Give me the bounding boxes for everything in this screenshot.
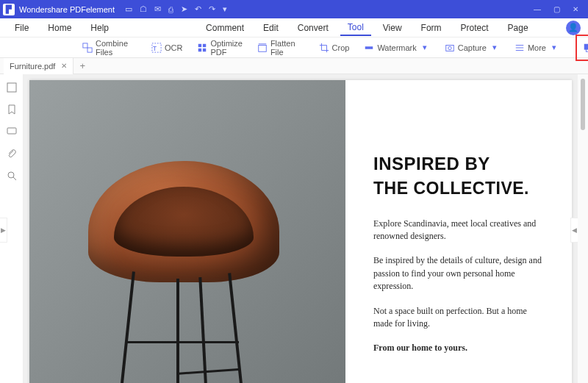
menu-page[interactable]: Page xyxy=(501,21,536,35)
svg-point-12 xyxy=(448,46,451,49)
title-bar: ▛ Wondershare PDFelement ▭ ☖ ✉ ⎙ ➤ ↶ ↷ ▾… xyxy=(0,0,588,18)
optimize-icon xyxy=(197,43,207,53)
watermark-icon xyxy=(364,43,374,53)
save-icon[interactable]: ☖ xyxy=(140,4,147,14)
menu-convert[interactable]: Convert xyxy=(290,21,336,35)
chevron-down-icon: ▾ xyxy=(549,43,559,53)
flatten-icon xyxy=(257,43,268,53)
svg-rect-8 xyxy=(259,45,267,51)
svg-rect-7 xyxy=(203,48,206,51)
vertical-scrollbar[interactable] xyxy=(578,74,588,383)
headline-1: INSPIRED BY xyxy=(373,154,544,174)
combine-files-button[interactable]: Combine Files xyxy=(79,37,131,58)
more-lines-icon xyxy=(514,43,525,53)
body-p4: From our home to yours. xyxy=(373,342,544,354)
crop-icon xyxy=(319,43,329,53)
tab-furniture[interactable]: Furniture.pdf ✕ xyxy=(4,58,74,74)
close-tab-icon[interactable]: ✕ xyxy=(61,62,67,70)
crop-button[interactable]: Crop xyxy=(316,41,353,54)
redo-icon[interactable]: ↷ xyxy=(209,4,215,14)
flatten-button[interactable]: Flatten File xyxy=(254,37,298,58)
open-icon[interactable]: ▭ xyxy=(125,4,132,14)
chevron-down-icon: ▾ xyxy=(420,43,430,53)
scroll-thumb[interactable] xyxy=(581,79,585,130)
work-area: ▶ INSPIRED BY THE COLLECTIVE. Explore Sc… xyxy=(0,74,588,383)
menu-edit[interactable]: Edit xyxy=(256,21,286,35)
svg-rect-10 xyxy=(365,46,373,49)
body-p3: Not a space built on perfection. But a h… xyxy=(373,305,544,331)
user-avatar-icon[interactable]: 👤 xyxy=(566,21,581,35)
menu-home[interactable]: Home xyxy=(40,21,79,35)
chair-photo xyxy=(29,80,345,383)
collapse-right-handle[interactable]: ◀ xyxy=(570,218,578,243)
watermark-label: Watermark xyxy=(377,43,416,52)
share-icon[interactable]: ➤ xyxy=(181,4,187,14)
menu-file[interactable]: File xyxy=(7,21,36,35)
more-button[interactable]: More ▾ xyxy=(512,41,562,54)
capture-label: Capture xyxy=(458,43,487,52)
quick-access-toolbar: ▭ ☖ ✉ ⎙ ➤ ↶ ↷ ▾ xyxy=(125,4,227,14)
ocr-icon: T xyxy=(151,43,162,53)
body-p1: Explore Scandinavia, meet local creative… xyxy=(373,218,544,243)
capture-button[interactable]: Capture ▾ xyxy=(442,41,503,54)
menu-tool[interactable]: Tool xyxy=(340,20,371,36)
svg-rect-4 xyxy=(198,43,201,46)
watermark-button[interactable]: Watermark ▾ xyxy=(361,41,432,54)
collapse-left-handle[interactable]: ▶ xyxy=(0,218,7,243)
menu-bar: File Home Help Comment Edit Convert Tool… xyxy=(0,18,588,37)
svg-rect-5 xyxy=(203,43,206,46)
page-text-column: INSPIRED BY THE COLLECTIVE. Explore Scan… xyxy=(345,80,572,383)
qat-more-icon[interactable]: ▾ xyxy=(223,4,227,14)
print-icon[interactable]: ⎙ xyxy=(168,5,173,14)
attachment-icon[interactable] xyxy=(6,148,18,160)
menu-view[interactable]: View xyxy=(376,21,409,35)
menu-protect[interactable]: Protect xyxy=(453,21,496,35)
combine-icon xyxy=(82,43,93,53)
tool-ribbon: Combine Files T OCR Optimize PDF Flatten… xyxy=(0,37,588,58)
chevron-down-icon: ▾ xyxy=(490,43,500,53)
svg-rect-16 xyxy=(584,43,588,49)
svg-rect-19 xyxy=(7,128,16,134)
svg-rect-1 xyxy=(87,48,92,52)
minimize-button[interactable]: — xyxy=(528,0,547,18)
svg-text:T: T xyxy=(153,44,157,51)
capture-icon xyxy=(445,43,455,53)
headline-2: THE COLLECTIVE. xyxy=(373,179,544,198)
document-tabs: Furniture.pdf ✕ + xyxy=(0,58,588,74)
svg-rect-6 xyxy=(198,48,201,51)
menu-form[interactable]: Form xyxy=(414,21,449,35)
app-logo-icon: ▛ xyxy=(3,4,15,15)
tab-label: Furniture.pdf xyxy=(10,62,55,71)
ocr-label: OCR xyxy=(165,43,182,52)
optimize-label: Optimize PDF xyxy=(210,39,242,57)
document-canvas[interactable]: INSPIRED BY THE COLLECTIVE. Explore Scan… xyxy=(24,74,578,383)
app-title: Wondershare PDFelement xyxy=(19,5,115,14)
search-panel-icon[interactable] xyxy=(6,170,18,182)
optimize-button[interactable]: Optimize PDF xyxy=(194,37,245,58)
maximize-button[interactable]: ▢ xyxy=(547,0,566,18)
svg-rect-18 xyxy=(7,83,16,92)
batch-process-button[interactable]: Batch Process xyxy=(580,37,588,58)
body-p2: Be inspired by the details of culture, d… xyxy=(373,254,544,293)
close-button[interactable]: ✕ xyxy=(566,0,585,18)
menu-comment[interactable]: Comment xyxy=(198,21,251,35)
svg-rect-0 xyxy=(83,43,87,47)
comment-panel-icon[interactable] xyxy=(6,126,18,137)
batch-icon xyxy=(583,43,588,53)
svg-rect-11 xyxy=(446,45,454,51)
menu-help[interactable]: Help xyxy=(83,21,116,35)
bookmark-icon[interactable] xyxy=(6,104,18,115)
add-tab-button[interactable]: + xyxy=(74,60,91,71)
ocr-button[interactable]: T OCR xyxy=(148,41,185,54)
undo-icon[interactable]: ↶ xyxy=(195,4,201,14)
mail-icon[interactable]: ✉ xyxy=(154,4,161,14)
svg-point-20 xyxy=(8,172,14,178)
crop-label: Crop xyxy=(332,43,350,52)
more-label: More xyxy=(528,43,546,52)
thumbnails-icon[interactable] xyxy=(6,82,18,93)
combine-label: Combine Files xyxy=(96,39,128,57)
svg-line-21 xyxy=(13,177,16,180)
pdf-page: INSPIRED BY THE COLLECTIVE. Explore Scan… xyxy=(29,80,572,383)
flatten-label: Flatten File xyxy=(270,39,295,57)
